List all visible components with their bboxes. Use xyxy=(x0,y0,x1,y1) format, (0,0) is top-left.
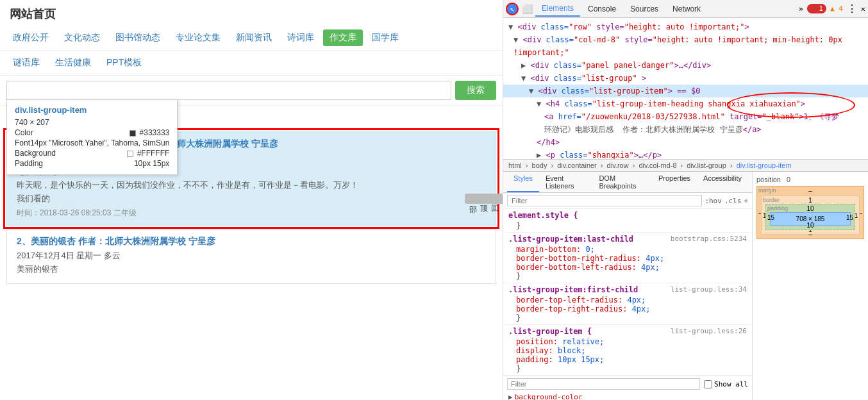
breadcrumb-body[interactable]: body xyxy=(532,162,547,169)
filter-add[interactable]: + xyxy=(744,197,748,205)
styles-tab-props[interactable]: Properties xyxy=(652,172,697,192)
article-footer: 时间：2018-03-26 08:25:03 二年级 xyxy=(17,208,486,219)
styles-filter-row: :hov .cls + xyxy=(503,193,752,209)
tab-more-icon[interactable]: » xyxy=(799,4,803,13)
elements-tree: ▼ <div class="row" style="height: auto !… xyxy=(503,18,868,159)
styles-tab-events[interactable]: Event Listeners xyxy=(539,172,592,192)
search-input[interactable] xyxy=(6,81,451,100)
styles-left: Styles Event Listeners DOM Breakpoints P… xyxy=(503,172,753,400)
bg-color-label: background-color xyxy=(515,393,583,400)
box-margin: – – – – margin 1 1 1 1 border 10 xyxy=(756,186,864,239)
devtools-tab-more: » ⊗ 1 ▲ 4 ⋮ ✕ xyxy=(799,3,865,15)
breadcrumb-bar: html › body › div.container › div.row › … xyxy=(503,159,868,172)
tooltip-title: div.list-group-item xyxy=(15,105,169,115)
breadcrumb-list-group[interactable]: div.list-group xyxy=(687,162,726,169)
settings-icon[interactable]: ⋮ xyxy=(847,3,857,15)
tooltip-font-value: 14px "Microsoft Yahei", Tahoma, SimSun xyxy=(30,138,169,147)
tree-line[interactable]: ▶ <p class="shangxia">…</p> xyxy=(503,149,868,159)
nav-item-wenhua[interactable]: 文化动态 xyxy=(58,29,106,46)
styles-tab-dom[interactable]: DOM Breakpoints xyxy=(592,172,652,192)
secondary-nav: 谜语库 生活健康 PPT模板 xyxy=(0,51,503,76)
tree-line-selected[interactable]: ▼ <div class="list-group-item"> == $0 xyxy=(503,85,868,97)
tooltip-padding-label: Padding xyxy=(15,159,43,168)
styles-right: position 0 – – – – margin 1 1 1 1 border xyxy=(753,172,868,400)
tooltip-size-label: 740 × 207 xyxy=(15,118,49,127)
styles-tabs: Styles Event Listeners DOM Breakpoints P… xyxy=(503,172,752,193)
nav-item-shenghuo[interactable]: 生活健康 xyxy=(49,54,97,71)
style-rule-first-child: .list-group-item:first-child list-group.… xyxy=(503,283,752,325)
tree-line[interactable]: <a href="/zuowenku/2018-03/527938.html" … xyxy=(503,110,868,123)
filter-bottom: Show all xyxy=(503,376,752,392)
box-padding: 10 15 15 10 padding 708 × 185 xyxy=(765,204,855,230)
article-link-2[interactable]: 2、美丽的银杏 作者：北师大株洲附属学校 宁呈彦 xyxy=(17,236,215,246)
tab-elements[interactable]: Elements xyxy=(535,1,580,17)
tree-line: </h4> xyxy=(503,136,868,149)
element-tooltip: div.list-group-item 740 × 207 Color #333… xyxy=(6,99,178,175)
article-date-2: 2017年12月4日 星期一 多云 xyxy=(17,250,486,262)
article-content-2: 我们看的 xyxy=(17,193,486,204)
styles-panel: Styles Event Listeners DOM Breakpoints P… xyxy=(503,172,868,400)
search-button[interactable]: 搜索 xyxy=(455,81,496,100)
nav-item-zhuanye[interactable]: 专业论文集 xyxy=(169,29,227,46)
tree-line[interactable]: ▶ <div class="panel panel-danger">…</div… xyxy=(503,59,868,72)
nav-item-tushuguan[interactable]: 图书馆动态 xyxy=(109,29,167,46)
back-to-top-button[interactable]: 回顶部 xyxy=(465,194,503,204)
styles-tab-access[interactable]: Accessibility xyxy=(697,172,748,192)
tree-line[interactable]: ▼ <div class="col-md-8" style="height: a… xyxy=(503,33,868,46)
nav-item-guoxue[interactable]: 国学库 xyxy=(365,29,405,46)
position-label: position 0 xyxy=(756,176,864,183)
style-rule-element: element.style { } xyxy=(503,209,752,233)
devtools-tab-bar: ↖ ⬜ Elements Console Sources Network » ⊗… xyxy=(503,0,868,18)
article-content-2-0: 美丽的银杏 xyxy=(17,263,486,275)
nav-item-ppt[interactable]: PPT模板 xyxy=(100,54,148,71)
color-swatch-white xyxy=(127,151,133,157)
list-item: 2、美丽的银杏 作者：北师大株洲附属学校 宁呈彦 2017年12月4日 星期一 … xyxy=(6,229,496,284)
tooltip-padding-value: 10px 15px xyxy=(134,159,169,168)
cursor-icon[interactable]: ↖ xyxy=(506,3,519,15)
tab-console[interactable]: Console xyxy=(581,2,622,16)
tree-line: 环游记》电影观后感 作者：北师大株洲附属学校 宁呈彦</a> xyxy=(503,123,868,136)
nav-item-xinwen[interactable]: 新闻资讯 xyxy=(230,29,278,46)
nav-item-shici[interactable]: 诗词库 xyxy=(281,29,321,46)
nav-item-miyuку[interactable]: 谜语库 xyxy=(6,54,46,71)
breadcrumb-col[interactable]: div.col-md-8 xyxy=(638,162,676,169)
inspect-icon[interactable]: ⬜ xyxy=(520,2,534,16)
site-title: 网站首页 xyxy=(0,0,503,26)
breadcrumb-list-group-item[interactable]: div.list-group-item xyxy=(737,162,792,169)
nav-item-zhengfu[interactable]: 政府公开 xyxy=(6,29,55,46)
close-icon[interactable]: ✕ xyxy=(861,4,865,13)
bg-color-row: ▶ background-color xyxy=(503,392,752,400)
tree-line: !important;" xyxy=(503,46,868,59)
styles-filter-input[interactable] xyxy=(507,195,702,206)
tooltip-color-value: #333333 xyxy=(129,128,169,137)
tab-network[interactable]: Network xyxy=(666,2,707,16)
devtools-panel: ↖ ⬜ Elements Console Sources Network » ⊗… xyxy=(503,0,868,400)
article-content-1: 昨天呢，是个快乐的一天，因为我们没作业，不不不，作业是有，可作业是－看电影。万岁… xyxy=(17,179,486,191)
breadcrumb-row[interactable]: div.row xyxy=(607,162,629,169)
tooltip-color-label: Color xyxy=(15,128,33,137)
bottom-filter-input[interactable] xyxy=(507,378,700,390)
style-rule-last-child: .list-group-item:last-child bootstrap.cs… xyxy=(503,233,752,283)
filter-cls[interactable]: .cls xyxy=(724,197,742,205)
breadcrumb-sep: › xyxy=(526,162,528,169)
article-title-2: 2、美丽的银杏 作者：北师大株洲附属学校 宁呈彦 xyxy=(17,236,486,247)
expand-bg-color[interactable]: ▶ xyxy=(508,393,513,400)
box-model-container: position 0 – – – – margin 1 1 1 1 border xyxy=(753,172,868,243)
box-border: 1 1 1 1 border 10 15 15 10 padding xyxy=(761,196,860,235)
tooltip-font-label: Font xyxy=(15,138,30,147)
tab-sources[interactable]: Sources xyxy=(624,2,665,16)
show-all-checkbox[interactable] xyxy=(704,380,712,388)
tree-line[interactable]: ▼ <div class="row" style="height: auto !… xyxy=(503,21,868,33)
style-rule-list-group-item: .list-group-item { list-group.less:26 po… xyxy=(503,325,752,376)
color-swatch-dark xyxy=(129,130,136,137)
breadcrumb-container[interactable]: div.container xyxy=(557,162,597,169)
primary-nav: 政府公开 文化动态 图书馆动态 专业论文集 新闻资讯 诗词库 作文库 国学库 xyxy=(0,26,503,51)
tree-line[interactable]: ▼ <h4 class="list-group-item-heading sha… xyxy=(503,97,868,110)
tree-line[interactable]: ▼ <div class="list-group" > xyxy=(503,72,868,85)
breadcrumb-html[interactable]: html xyxy=(508,162,522,169)
warn-badge: ▲ 4 xyxy=(830,4,843,13)
styles-tab-styles[interactable]: Styles xyxy=(507,172,539,192)
tooltip-bg-value: #FFFFFF xyxy=(127,149,169,158)
filter-hov[interactable]: :hov xyxy=(705,197,722,205)
nav-item-zuowen[interactable]: 作文库 xyxy=(323,29,363,46)
